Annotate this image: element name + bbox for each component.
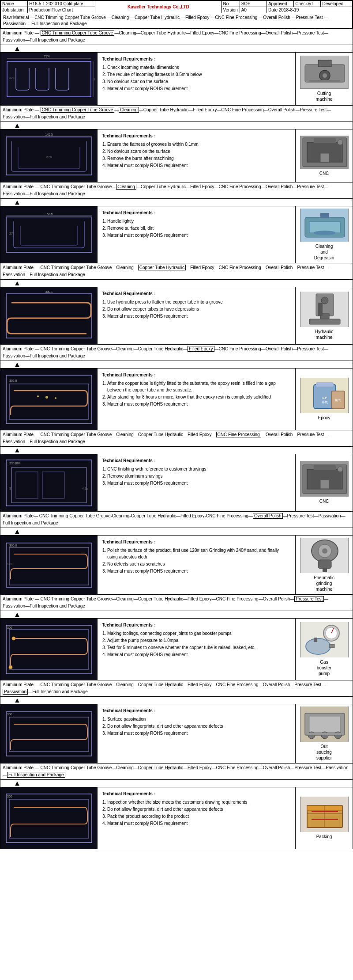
diagram-svg-1: 774 H 270 <box>3 55 95 103</box>
diagram-svg-4: 300.1 <box>3 289 95 342</box>
machine-panel-5: EP 环氧 氢气 Epoxy <box>295 368 353 430</box>
req-10-4: Material must comply ROHS requirement <box>107 820 290 827</box>
tech-req-9: Technical Requirements： Surface passivat… <box>98 704 295 763</box>
svg-rect-24 <box>3 210 95 259</box>
epoxy-icon: EP 环氧 氢气 <box>300 378 348 413</box>
grinding-icon <box>300 538 348 573</box>
flow-line-6: Aluminum Plate — CNC Trimming Copper Tub… <box>0 430 353 447</box>
process-content-6: 230.004 3 4.1u Technical Requirements： C… <box>0 454 353 511</box>
process-content-8: 300 Technical Requirements： Making tooli… <box>0 618 353 680</box>
svg-point-22 <box>338 140 343 145</box>
svg-rect-68 <box>314 465 336 470</box>
tech-req-list-9: Surface passivation Do not allow fingerp… <box>102 716 290 737</box>
svg-rect-9 <box>318 60 331 67</box>
job-station-value: Production Flow Chart <box>28 7 95 13</box>
process-block-1: Aluminum Plate — CNC Trimming Copper Tub… <box>0 29 353 106</box>
svg-text:3: 3 <box>9 487 11 490</box>
sop-label: SOP <box>240 1 267 7</box>
tech-req-1: Technical Requirements： Check incoming m… <box>98 53 295 105</box>
svg-point-47 <box>45 396 48 399</box>
arrow-3: ▲ <box>0 199 353 206</box>
diagram-4: 300.1 <box>0 287 98 344</box>
machine-name-2: CNC <box>319 171 329 176</box>
machine-panel-10: Packing <box>295 787 353 849</box>
active-step-9: Passivation <box>3 689 28 695</box>
process-content-3: 153.5 278 Technical Requirements： Handle… <box>0 206 353 263</box>
diagram-7: 300.0 178 <box>0 536 98 594</box>
date-area: Date 2018-8-19 <box>267 7 352 13</box>
company-logo: Kaweller Technology Co.,LTD <box>95 1 222 13</box>
machine-image-8 <box>300 622 349 657</box>
process-block-7: Aluminum Plate— CNC Trimming Copper Tube… <box>0 512 353 595</box>
svg-point-92 <box>306 638 330 654</box>
req-9-1: Surface passivation <box>107 716 290 722</box>
diagram-10: 300 <box>0 787 98 849</box>
tech-req-7: Technical Requirements： Polish the surfa… <box>98 536 295 594</box>
machine-image-1 <box>300 56 349 89</box>
svg-rect-116 <box>312 819 338 820</box>
svg-text:305.0: 305.0 <box>9 379 17 382</box>
diagram-svg-9: 300 <box>3 707 95 760</box>
req-7-1: Polish the surface of the product, first… <box>107 547 290 560</box>
process-block-2: Aluminum Plate — CNC Trimming Copper Tub… <box>0 106 353 182</box>
flow-line-7: Aluminum Plate— CNC Trimming Copper Tube… <box>0 512 353 528</box>
active-step-4: Copper Tube Hydraulic <box>138 265 186 270</box>
hydraulic-icon <box>300 292 348 327</box>
req-9-2: Do not allow fingerprints, dirt and othe… <box>107 723 290 729</box>
req-6-3: Material must comply ROHS requirement <box>107 480 290 486</box>
diagram-svg-10: 300 <box>3 790 95 847</box>
machine-name-4: Hydraulicmachine <box>315 329 334 340</box>
req-8-3: Test for 5 minutes to observe whether th… <box>107 644 290 651</box>
date-label: Date <box>268 8 278 12</box>
tech-req-title-3: Technical Requirements： <box>102 210 290 216</box>
arrow-2: ▲ <box>0 122 353 129</box>
svg-rect-95 <box>3 707 95 760</box>
tech-req-title-7: Technical Requirements： <box>102 539 290 545</box>
req-3-2: Remove surface oil, dirt <box>107 225 290 232</box>
svg-rect-12 <box>309 80 340 82</box>
machine-name-8: Gasboosterpump <box>317 659 331 676</box>
svg-text:276: 276 <box>46 155 52 159</box>
svg-point-49 <box>37 395 39 397</box>
diagram-3: 153.5 278 <box>0 206 98 263</box>
arrow-7: ▲ <box>0 528 353 535</box>
cleaning-step: Cleaning <box>112 15 129 20</box>
arrow-5: ▲ <box>0 361 353 368</box>
machine-name-3: CleaningandDegreasin <box>314 243 334 261</box>
diagram-svg-7: 300.0 178 <box>3 539 95 592</box>
req-5-2: After standing for 8 hours or more, know… <box>107 394 290 400</box>
machine-panel-3: CleaningandDegreasin <box>295 206 353 263</box>
tech-req-list-10: Inspection whether the size meets the cu… <box>102 799 290 827</box>
name-label: Name <box>1 1 28 7</box>
diagram-9: 300 <box>0 704 98 763</box>
req-4-3: Material must comply ROHS requirement <box>107 313 290 319</box>
flow-line-4: Aluminum Plate — CNC Trimming Copper Tub… <box>0 263 353 280</box>
req-3-1: Handle lightly <box>107 218 290 224</box>
machine-image-6 <box>300 461 349 497</box>
arrow-10: ▲ <box>0 780 353 787</box>
tech-req-8: Technical Requirements： Making toolings,… <box>98 619 295 680</box>
process-block-9: Aluminum Plate — CNC Trimming Copper Tub… <box>0 680 353 763</box>
tech-req-list-5: After the copper tube is tightly fitted … <box>102 380 290 407</box>
active-step-10: Full Inspection and Package <box>7 772 65 778</box>
process-content-7: 300.0 178 Technical Requirements： Polish… <box>0 535 353 594</box>
svg-text:环氧: 环氧 <box>322 401 328 404</box>
machine-panel-1: Cuttingmachine <box>295 53 353 105</box>
arrow-6: ▲ <box>0 447 353 454</box>
machine-panel-4: Hydraulicmachine <box>295 287 353 344</box>
svg-rect-115 <box>312 811 338 812</box>
svg-rect-21 <box>314 138 336 143</box>
flow-line-3: Aluminum Plate — CNC Trimming Copper Tub… <box>0 182 353 199</box>
svg-text:774: 774 <box>44 55 50 58</box>
req-1-2: The require of incoming flatness is 0.5m… <box>107 71 290 78</box>
svg-rect-40 <box>309 319 340 324</box>
machine-image-10 <box>300 797 349 832</box>
svg-text:278: 278 <box>9 232 15 235</box>
machine-image-2 <box>300 136 349 169</box>
tech-req-4: Technical Requirements： Use hydraulic pr… <box>98 287 295 344</box>
pressure-step: Pressure Test <box>296 15 323 20</box>
packing-icon <box>300 797 348 832</box>
diagram-svg-3: 153.5 278 <box>3 210 95 259</box>
underline-step-10: Copper Tube Hydraulic <box>138 765 183 770</box>
diagram-svg-2: 145.5 276 <box>3 132 95 180</box>
